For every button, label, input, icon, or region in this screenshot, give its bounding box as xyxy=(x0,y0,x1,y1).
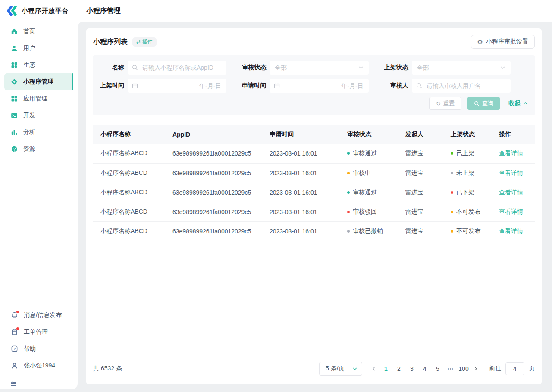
status-dot xyxy=(347,211,350,213)
view-details-link[interactable]: 查看详情 xyxy=(499,169,523,176)
gear-icon: ⚙ xyxy=(477,39,483,45)
page-title: 小程序管理 xyxy=(86,6,121,16)
sidebar-item-development[interactable]: 开发 xyxy=(4,107,73,124)
status-dot xyxy=(347,172,350,174)
cell-initiator: 雷进宝 xyxy=(398,202,443,221)
view-details-link[interactable]: 查看详情 xyxy=(499,208,523,215)
sidebar-item-ecosystem[interactable]: 生态 xyxy=(4,56,73,73)
brand-name: 小程序开放平台 xyxy=(22,7,69,15)
sidebar-item-tickets[interactable]: 工单管理 xyxy=(0,324,78,340)
search-icon xyxy=(132,65,138,71)
notification-badge xyxy=(16,311,19,313)
cell-apply-time: 2023-03-01 16:01 xyxy=(262,163,340,183)
auditor-filter-input[interactable] xyxy=(412,79,511,93)
sidebar-item-account[interactable]: 张小强1994 xyxy=(0,357,78,374)
page-number[interactable]: 4 xyxy=(419,363,430,374)
prev-page-button[interactable] xyxy=(368,363,380,374)
name-filter-label: 名称 xyxy=(100,64,124,72)
table-row: 小程序名称ABCD 63e989899261fa00012029c5 2023-… xyxy=(93,221,535,241)
page-number[interactable]: 100 xyxy=(458,363,469,374)
reset-button[interactable]: ↻ 重置 xyxy=(429,97,461,110)
sidebar-item-label: 开发 xyxy=(23,112,35,119)
col-header-actions: 操作 xyxy=(492,125,535,144)
sidebar-item-users[interactable]: 用户 xyxy=(4,40,73,56)
shelf-time-date-input[interactable] xyxy=(128,79,226,93)
shelf-status-filter-label: 上架状态 xyxy=(384,64,408,72)
goto-label: 前往 xyxy=(489,365,501,373)
sidebar-item-miniprogram-management[interactable]: 小程序管理 xyxy=(4,73,73,90)
corner-notch xyxy=(78,22,85,28)
sidebar-bottom: 消息/信息发布 工单管理 ? 帮助 张小强1994 xyxy=(0,307,78,389)
table-header-row: 小程序名称 AppID 申请时间 审核状态 发起人 上架状态 操作 xyxy=(93,125,535,144)
cell-name: 小程序名称ABCD xyxy=(93,202,165,221)
sidebar-item-label: 分析 xyxy=(23,128,35,136)
cell-initiator: 雷进宝 xyxy=(398,163,443,183)
sidebar-item-app-management[interactable]: 应用管理 xyxy=(4,90,73,107)
collapse-sidebar-icon[interactable] xyxy=(9,380,17,387)
sidebar-item-messages[interactable]: 消息/信息发布 xyxy=(0,307,78,324)
apps-grid-icon xyxy=(11,95,18,102)
total-count: 共 6532 条 xyxy=(93,365,122,373)
page-ellipsis[interactable]: ••• xyxy=(445,363,456,374)
apply-time-filter-label: 申请时间 xyxy=(242,82,266,90)
chevron-down-icon xyxy=(352,366,358,371)
shelf-status-badge: 已下架 xyxy=(451,189,492,196)
sidebar-item-analytics[interactable]: 分析 xyxy=(4,124,73,140)
audit-status-select[interactable] xyxy=(270,61,368,75)
sidebar-item-label: 小程序管理 xyxy=(23,78,53,86)
col-header-initiator: 发起人 xyxy=(398,125,443,144)
next-page-button[interactable] xyxy=(470,363,481,374)
status-dot xyxy=(347,152,350,155)
shelf-status-select[interactable] xyxy=(412,61,511,75)
cell-appid: 63e989899261fa00012029c5 xyxy=(165,202,262,221)
status-dot xyxy=(451,211,453,213)
cell-initiator: 雷进宝 xyxy=(398,183,443,202)
sidebar-item-label: 工单管理 xyxy=(24,328,48,336)
status-dot xyxy=(451,191,453,194)
audit-status-badge: 审核已撤销 xyxy=(347,227,398,235)
query-button[interactable]: 查询 xyxy=(467,97,500,110)
cell-appid: 63e989899261fa00012029c5 xyxy=(165,163,262,183)
view-details-link[interactable]: 查看详情 xyxy=(499,149,523,156)
sidebar-item-label: 用户 xyxy=(23,44,35,52)
cell-appid: 63e989899261fa00012029c5 xyxy=(165,144,262,163)
pager: 1 2 3 4 5 ••• 100 xyxy=(368,363,481,374)
shelf-status-badge: 不可发布 xyxy=(451,227,492,235)
person-icon xyxy=(11,362,18,369)
sidebar: 小程序开放平台 首页 用户 生态 小程序管理 xyxy=(0,0,78,389)
table-row: 小程序名称ABCD 63e989899261fa00012029c5 2023-… xyxy=(93,202,535,221)
help-icon: ? xyxy=(11,345,18,352)
card-title: 小程序列表 xyxy=(93,37,128,47)
shelf-status-badge: 未上架 xyxy=(451,169,492,177)
page-number[interactable]: 1 xyxy=(380,363,392,374)
view-details-link[interactable]: 查看详情 xyxy=(499,189,523,196)
sidebar-item-label: 应用管理 xyxy=(23,95,47,103)
approval-settings-button[interactable]: ⚙ 小程序审批设置 xyxy=(471,35,535,49)
apply-time-date-input[interactable] xyxy=(270,79,368,93)
pagination-bar: 共 6532 条 5 条/页 1 2 3 4 5 ••• 100 xyxy=(86,358,542,384)
bar-chart-icon xyxy=(11,129,18,136)
table-row: 小程序名称ABCD 63e989899261fa00012029c5 2023-… xyxy=(93,163,535,183)
sidebar-item-label: 张小强1994 xyxy=(24,362,55,370)
sidebar-item-help[interactable]: ? 帮助 xyxy=(0,340,78,357)
view-details-link[interactable]: 查看详情 xyxy=(499,227,523,234)
plugin-badge[interactable]: ⇄ 插件 xyxy=(132,37,157,47)
goto-page-input[interactable] xyxy=(505,362,524,375)
cell-initiator: 雷进宝 xyxy=(398,144,443,163)
sidebar-item-label: 首页 xyxy=(23,28,35,35)
page-number[interactable]: 2 xyxy=(393,363,405,374)
sidebar-item-home[interactable]: 首页 xyxy=(4,23,73,40)
cell-apply-time: 2023-03-01 16:01 xyxy=(262,221,340,241)
page-number[interactable]: 3 xyxy=(406,363,417,374)
sidebar-item-label: 资源 xyxy=(23,145,35,153)
cell-name: 小程序名称ABCD xyxy=(93,183,165,202)
collapse-filters-link[interactable]: 收起 xyxy=(508,100,528,107)
sidebar-menu: 首页 用户 生态 小程序管理 应用管理 xyxy=(0,23,78,157)
swap-icon: ⇄ xyxy=(136,39,141,45)
name-filter-input[interactable] xyxy=(128,61,226,75)
cell-apply-time: 2023-03-01 16:01 xyxy=(262,144,340,163)
cell-name: 小程序名称ABCD xyxy=(93,144,165,163)
sidebar-item-resources[interactable]: 资源 xyxy=(4,140,73,157)
page-number[interactable]: 5 xyxy=(432,363,443,374)
page-size-select[interactable]: 5 条/页 xyxy=(319,362,362,376)
